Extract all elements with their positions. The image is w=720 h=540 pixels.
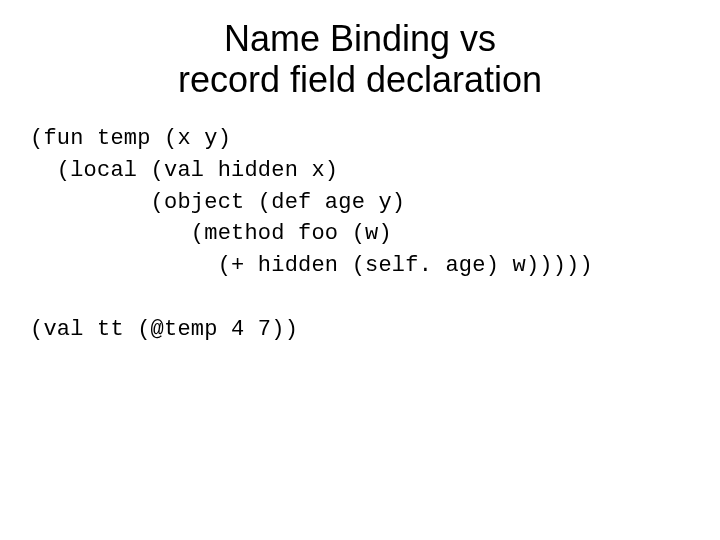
code-block: (fun temp (x y) (local (val hidden x) (o… [30,123,690,346]
code-line-7: (val tt (@temp 4 7)) [30,317,298,342]
title-line-1: Name Binding vs [224,18,496,59]
code-line-1: (fun temp (x y) [30,126,231,151]
code-line-4: (method foo (w) [30,221,392,246]
title-line-2: record field declaration [178,59,542,100]
code-line-3: (object (def age y) [30,190,405,215]
slide-title: Name Binding vs record field declaration [70,18,650,101]
code-line-5: (+ hidden (self. age) w))))) [30,253,593,278]
code-line-2: (local (val hidden x) [30,158,338,183]
slide: Name Binding vs record field declaration… [0,0,720,540]
